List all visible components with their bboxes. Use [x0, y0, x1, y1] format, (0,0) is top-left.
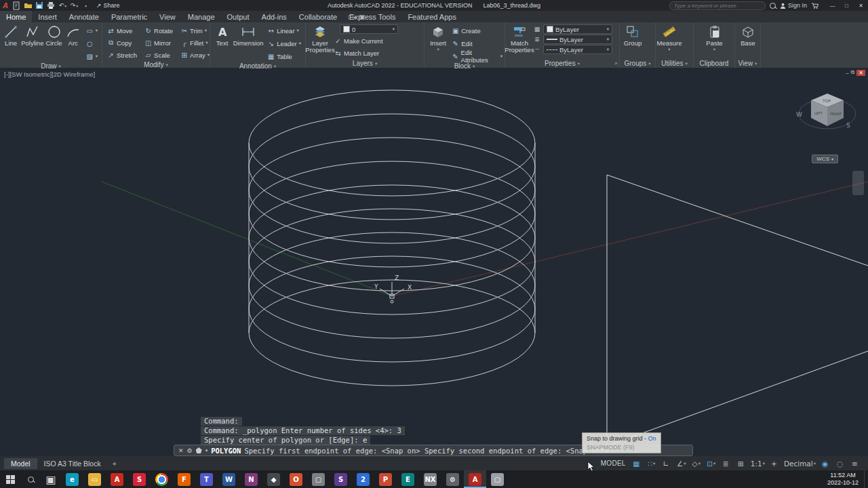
draw-panel-footer[interactable]: Draw▾: [0, 62, 102, 70]
taskbar-app-teal[interactable]: E: [397, 470, 419, 488]
taskbar-app-docs[interactable]: ▢: [486, 470, 509, 488]
object-color-select[interactable]: ▦ByLayer▾: [533, 24, 612, 34]
taskbar-app-word[interactable]: W: [218, 470, 240, 488]
sign-in-button[interactable]: Sign In: [780, 2, 807, 9]
tray-clock[interactable]: 11:52 AM 2022-10-12: [822, 472, 864, 487]
tab-collaborate[interactable]: Collaborate: [293, 11, 343, 22]
cart-icon[interactable]: [811, 3, 818, 9]
match-properties-button[interactable]: Match Properties: [507, 24, 532, 54]
doc-close-button[interactable]: ✕: [856, 70, 865, 76]
table-button[interactable]: ▦Table: [264, 50, 304, 62]
layer-select[interactable]: 0 ▾: [340, 24, 398, 34]
arc-button[interactable]: Arc: [64, 24, 82, 47]
layer-properties-button[interactable]: Layer Properties: [308, 24, 332, 54]
insert-block-button[interactable]: Insert ▾: [427, 24, 450, 52]
search-icon[interactable]: [770, 3, 776, 9]
redo-button[interactable]: ↷▾: [69, 1, 79, 10]
lineweight-select[interactable]: ≣ByLayer▾: [533, 35, 612, 44]
tab-add-ins[interactable]: Add-ins: [256, 11, 293, 22]
trim-button[interactable]: ✂Trim▾: [178, 24, 212, 37]
snap-mode-toggle[interactable]: ∷▾: [644, 458, 659, 469]
measure-button[interactable]: Measure ▾: [658, 24, 681, 52]
paste-button[interactable]: Paste ▾: [703, 24, 727, 52]
polyline-button[interactable]: Polyline: [21, 24, 43, 47]
taskbar-app-powerpoint[interactable]: P: [374, 470, 397, 488]
ortho-toggle[interactable]: ∟: [659, 458, 674, 469]
circle-button[interactable]: Circle: [45, 24, 62, 47]
taskbar-app-file-explorer[interactable]: ▭: [83, 470, 106, 488]
taskbar-app-violet[interactable]: S: [330, 470, 352, 488]
wcs-dropdown[interactable]: WCS ▾: [812, 155, 838, 163]
taskbar-search-button[interactable]: [20, 470, 41, 488]
layout-tab-iso-a3-title-block[interactable]: ISO A3 Title Block: [37, 458, 108, 469]
tab-annotate[interactable]: Annotate: [63, 11, 105, 22]
task-view-button[interactable]: ▣: [41, 470, 61, 488]
open-file-button[interactable]: [23, 1, 33, 10]
viewcube-south-label[interactable]: S: [846, 122, 850, 129]
panel-expand-icon[interactable]: »: [614, 60, 618, 66]
command-customize-icon[interactable]: ⚙: [187, 447, 193, 454]
tab-output[interactable]: Output: [221, 11, 256, 22]
create-block-button[interactable]: ▣Create: [451, 24, 503, 37]
workspace-icon[interactable]: ▣: [359, 14, 366, 20]
autoscale-toggle[interactable]: +: [767, 458, 782, 469]
rectangle-button[interactable]: ▭▾: [83, 24, 100, 37]
layers-panel-footer[interactable]: Layers▾: [306, 59, 424, 68]
view-panel-footer[interactable]: View▾: [735, 59, 760, 68]
leader-button[interactable]: ↘Leader▾: [264, 37, 304, 49]
taskbar-app-red-s[interactable]: S: [128, 470, 151, 488]
line-button[interactable]: Line: [2, 24, 20, 47]
plot-button[interactable]: [46, 1, 56, 10]
groups-panel-footer[interactable]: Groups▾: [620, 59, 655, 68]
array-button[interactable]: ⊞Array▾: [178, 49, 212, 61]
annotation-scale-control[interactable]: 1:1▾: [749, 458, 767, 469]
lineweight-toggle[interactable]: ≣: [719, 458, 734, 469]
tab-parametric[interactable]: Parametric: [105, 11, 153, 22]
customize-statusbar-button[interactable]: ≡: [848, 458, 863, 469]
model-space-indicator[interactable]: MODEL: [601, 460, 626, 467]
taskbar-app-onenote[interactable]: N: [240, 470, 262, 488]
model-space-viewport[interactable]: Z Y X [-][SW Isometric][2D Wireframe] – …: [0, 68, 868, 456]
taskbar-app-tool[interactable]: ⚙: [441, 470, 464, 488]
move-button[interactable]: ⇄Move: [104, 24, 142, 37]
tab-manage[interactable]: Manage: [182, 11, 221, 22]
close-button[interactable]: ✕: [854, 0, 868, 11]
taskbar-app-dark[interactable]: ◆: [262, 470, 285, 488]
undo-button[interactable]: ↶▾: [58, 1, 68, 10]
linetype-select[interactable]: ┄ByLayer▾: [533, 45, 612, 54]
taskbar-app-gray[interactable]: ▢: [307, 470, 330, 488]
polar-tracking-toggle[interactable]: ∠▾: [674, 458, 689, 469]
tab-view[interactable]: View: [153, 11, 182, 22]
viewport-controls-label[interactable]: [-][SW Isometric][2D Wireframe]: [4, 70, 95, 78]
recent-commands-caret-icon[interactable]: ▾: [205, 448, 208, 453]
isodraft-toggle[interactable]: ◇▾: [689, 458, 704, 469]
doc-minimize-button[interactable]: –: [846, 70, 848, 76]
osnap-toggle[interactable]: ⊡▾: [704, 458, 719, 469]
mirror-button[interactable]: ◫Mirror: [142, 37, 178, 49]
grid-display-toggle[interactable]: ▦: [629, 458, 644, 469]
share-button[interactable]: ↗ Share: [96, 2, 120, 9]
isolate-objects-button[interactable]: ◌: [833, 458, 848, 469]
rotate-button[interactable]: ↻Rotate: [142, 24, 178, 37]
autocad-logo-icon[interactable]: A: [3, 1, 8, 9]
utilities-panel-footer[interactable]: Utilities▾: [656, 59, 693, 68]
viewcube-west-label[interactable]: W: [796, 111, 802, 118]
dynamic-input-toggle[interactable]: ⊞: [734, 458, 749, 469]
taskbar-app-nx[interactable]: NX: [419, 470, 441, 488]
tab-home[interactable]: Home: [0, 11, 32, 22]
properties-panel-footer[interactable]: Properties▾»: [505, 59, 619, 68]
taskbar-app-acrobat[interactable]: A: [106, 470, 128, 488]
doc-restore-button[interactable]: ⧉: [851, 69, 855, 76]
new-layout-button[interactable]: +: [108, 460, 121, 468]
help-search-input[interactable]: [669, 1, 766, 10]
dimension-button[interactable]: Dimension: [233, 24, 263, 47]
qat-customize-button[interactable]: ▾: [81, 1, 91, 10]
copy-button[interactable]: ⧉Copy: [104, 37, 142, 49]
taskbar-app-autocad[interactable]: A: [464, 470, 486, 488]
viewport-controls-icon[interactable]: ▢▾: [348, 14, 356, 20]
fillet-button[interactable]: ╭Fillet▾: [178, 37, 212, 49]
viewcube[interactable]: TOP LEFT FRONT W S: [795, 84, 860, 152]
units-control[interactable]: Decimal▾: [782, 458, 818, 469]
tab-featured-apps[interactable]: Featured Apps: [401, 11, 462, 22]
taskbar-app-blue-2[interactable]: 2: [352, 470, 374, 488]
